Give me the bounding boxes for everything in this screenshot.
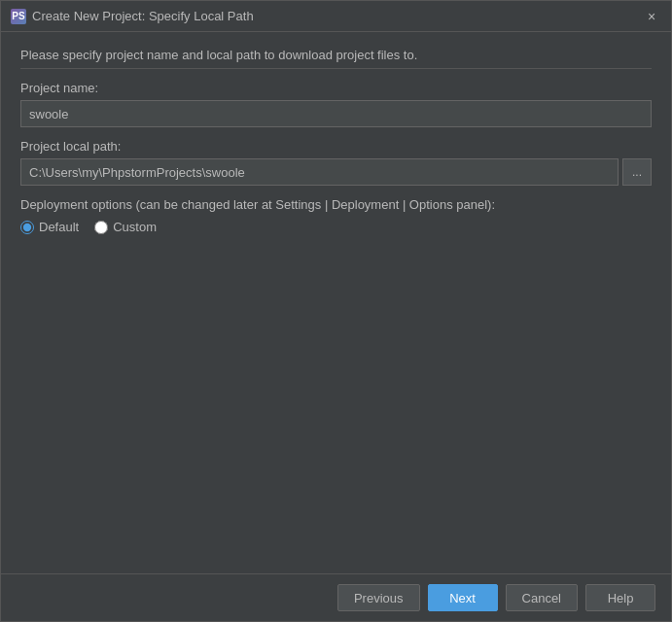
- dialog-window: PS Create New Project: Specify Local Pat…: [0, 0, 672, 622]
- button-bar: Previous Next Cancel Help: [1, 573, 671, 621]
- project-name-input[interactable]: [20, 100, 652, 127]
- project-name-group: Project name:: [20, 81, 652, 127]
- browse-button[interactable]: ...: [622, 158, 652, 186]
- app-icon: PS: [11, 9, 26, 24]
- title-bar: PS Create New Project: Specify Local Pat…: [1, 1, 671, 32]
- project-path-input[interactable]: [20, 158, 619, 186]
- dialog-content: Please specify project name and local pa…: [1, 32, 671, 573]
- previous-button[interactable]: Previous: [337, 584, 420, 611]
- radio-group: Default Custom: [20, 220, 652, 234]
- radio-custom-input[interactable]: [94, 221, 108, 234]
- spacer: [20, 246, 652, 558]
- dialog-title: Create New Project: Specify Local Path: [32, 9, 254, 23]
- next-button[interactable]: Next: [428, 584, 498, 611]
- cancel-button[interactable]: Cancel: [506, 584, 578, 611]
- radio-default-label: Default: [39, 220, 79, 234]
- radio-custom[interactable]: Custom: [94, 220, 157, 234]
- radio-default[interactable]: Default: [20, 220, 79, 234]
- title-bar-left: PS Create New Project: Specify Local Pat…: [11, 9, 254, 24]
- deployment-label: Deployment options (can be changed later…: [20, 197, 652, 212]
- description-text: Please specify project name and local pa…: [20, 48, 652, 69]
- project-path-label: Project local path:: [20, 139, 652, 154]
- radio-custom-label: Custom: [113, 220, 157, 234]
- close-button[interactable]: ×: [642, 7, 661, 26]
- deployment-section: Deployment options (can be changed later…: [20, 197, 652, 234]
- project-name-label: Project name:: [20, 81, 652, 95]
- radio-default-input[interactable]: [20, 221, 34, 234]
- project-path-group: Project local path: ...: [20, 139, 652, 186]
- help-button[interactable]: Help: [585, 584, 655, 611]
- path-row: ...: [20, 158, 652, 186]
